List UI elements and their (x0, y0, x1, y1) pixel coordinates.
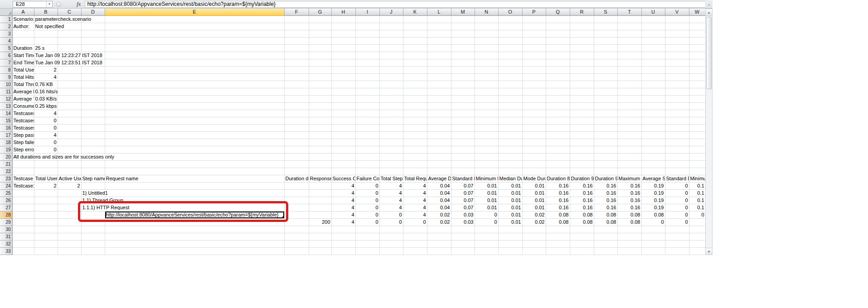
cell-R7[interactable] (570, 59, 594, 67)
cell-H12[interactable] (331, 96, 355, 103)
cell-T14[interactable] (617, 110, 641, 117)
cell-N13[interactable] (475, 103, 498, 110)
cell-P25[interactable]: 0.01 (522, 190, 546, 197)
cell-M20[interactable] (451, 154, 475, 161)
cell-H13[interactable] (331, 103, 355, 110)
cell-P29[interactable]: 0.02 (522, 219, 546, 226)
cell-A9[interactable]: Total Hits (12, 74, 34, 81)
cell-T23[interactable]: Maximum (617, 175, 641, 183)
cell-K21[interactable] (403, 161, 427, 168)
cell-U31[interactable] (641, 233, 665, 241)
cell-C3[interactable] (58, 30, 81, 38)
cell-W22[interactable] (689, 168, 705, 175)
cell-W18[interactable] (689, 139, 705, 146)
cell-K3[interactable] (403, 30, 427, 38)
cell-L22[interactable] (427, 168, 451, 175)
cell-U1[interactable] (641, 16, 665, 23)
cell-Q29[interactable]: 0.08 (546, 219, 570, 226)
cell-O8[interactable] (498, 67, 522, 74)
column-header-G[interactable]: G (309, 9, 331, 16)
cell-E5[interactable] (105, 45, 284, 52)
column-header-D[interactable]: D (81, 9, 105, 16)
cell-B12[interactable]: 0.03 KB/s (34, 96, 58, 103)
cell-M26[interactable]: 0.07 (451, 197, 475, 204)
cell-R5[interactable] (570, 45, 594, 52)
cell-W5[interactable] (689, 45, 705, 52)
cell-M15[interactable] (451, 117, 475, 125)
cell-C15[interactable] (58, 117, 81, 125)
cell-I20[interactable] (355, 154, 379, 161)
cell-S12[interactable] (594, 96, 617, 103)
cell-D29[interactable] (81, 219, 105, 226)
cell-K5[interactable] (403, 45, 427, 52)
cell-M28[interactable]: 0.03 (451, 212, 475, 219)
cell-O31[interactable] (498, 233, 522, 241)
cell-S7[interactable] (594, 59, 617, 67)
cell-J32[interactable] (379, 241, 403, 248)
cell-Q20[interactable] (546, 154, 570, 161)
cell-T11[interactable] (617, 88, 641, 96)
cell-O33[interactable] (498, 248, 522, 255)
cell-A8[interactable]: Total User (12, 67, 34, 74)
cell-V20[interactable] (665, 154, 689, 161)
cell-O12[interactable] (498, 96, 522, 103)
cell-G8[interactable] (309, 67, 331, 74)
cell-G13[interactable] (309, 103, 331, 110)
cell-V27[interactable]: 0 (665, 204, 689, 212)
cell-C9[interactable] (58, 74, 81, 81)
cell-B24[interactable]: 2 (34, 183, 58, 190)
cell-U4[interactable] (641, 38, 665, 45)
cell-K32[interactable] (403, 241, 427, 248)
cell-T26[interactable]: 0.16 (617, 197, 641, 204)
cell-J9[interactable] (379, 74, 403, 81)
cell-M3[interactable] (451, 30, 475, 38)
cell-T10[interactable] (617, 81, 641, 88)
cell-W8[interactable] (689, 67, 705, 74)
cell-H26[interactable]: 4 (331, 197, 355, 204)
cell-E27[interactable] (105, 204, 284, 212)
cell-N15[interactable] (475, 117, 498, 125)
cell-I33[interactable] (355, 248, 379, 255)
cell-V23[interactable]: Standard D (665, 175, 689, 183)
row-header-6[interactable]: 6 (0, 52, 12, 59)
cell-O19[interactable] (498, 146, 522, 154)
cell-T33[interactable] (617, 248, 641, 255)
cell-A14[interactable]: Testcases (12, 110, 34, 117)
cell-V8[interactable] (665, 67, 689, 74)
cell-Q33[interactable] (546, 248, 570, 255)
cell-T9[interactable] (617, 74, 641, 81)
cell-J31[interactable] (379, 233, 403, 241)
cell-G32[interactable] (309, 241, 331, 248)
cell-S9[interactable] (594, 74, 617, 81)
cell-O27[interactable]: 0.01 (498, 204, 522, 212)
cell-O23[interactable]: Median Du (498, 175, 522, 183)
cell-A6[interactable]: Start Time (12, 52, 34, 59)
cell-L3[interactable] (427, 30, 451, 38)
cell-W30[interactable] (689, 226, 705, 233)
cell-P18[interactable] (522, 139, 546, 146)
row-header-29[interactable]: 29 (0, 219, 12, 226)
cell-M14[interactable] (451, 110, 475, 117)
cell-J27[interactable]: 4 (379, 204, 403, 212)
cell-K24[interactable]: 4 (403, 183, 427, 190)
cell-S19[interactable] (594, 146, 617, 154)
cell-L33[interactable] (427, 248, 451, 255)
cell-E1[interactable] (105, 16, 284, 23)
cell-D31[interactable] (81, 233, 105, 241)
cell-I14[interactable] (355, 110, 379, 117)
cell-T6[interactable] (617, 52, 641, 59)
cell-P19[interactable] (522, 146, 546, 154)
column-header-T[interactable]: T (617, 9, 641, 16)
cell-H21[interactable] (331, 161, 355, 168)
cell-R33[interactable] (570, 248, 594, 255)
cell-H29[interactable]: 4 (331, 219, 355, 226)
cell-J16[interactable] (379, 125, 403, 132)
cell-P13[interactable] (522, 103, 546, 110)
cell-L18[interactable] (427, 139, 451, 146)
cell-N33[interactable] (475, 248, 498, 255)
cell-E16[interactable] (105, 125, 284, 132)
cell-P28[interactable]: 0.02 (522, 212, 546, 219)
cell-E6[interactable] (105, 52, 284, 59)
cell-E30[interactable] (105, 226, 284, 233)
cell-O5[interactable] (498, 45, 522, 52)
